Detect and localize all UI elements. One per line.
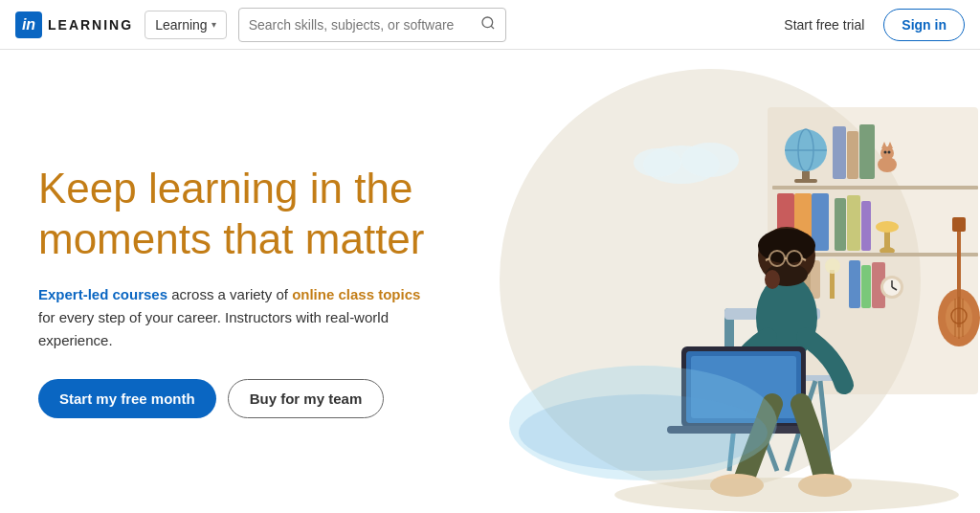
svg-rect-7 [794,179,817,183]
svg-rect-32 [849,260,860,308]
hero-illustration-svg [490,50,980,513]
svg-point-73 [519,394,768,471]
navbar: in LEARNING Learning ▾ Start free trial … [0,0,980,50]
svg-rect-22 [847,195,860,251]
svg-point-12 [880,146,894,160]
chevron-down-icon: ▾ [212,19,216,30]
brand-text: LEARNING [48,17,133,33]
brand-logo[interactable]: in LEARNING [15,11,133,38]
svg-rect-30 [830,270,835,299]
online-class-link[interactable]: online class topics [292,286,420,302]
buy-for-team-button[interactable]: Buy for my team [228,379,385,418]
svg-point-71 [614,478,959,512]
svg-rect-8 [833,126,846,179]
hero-section: Keep learning in themoments that matter … [0,50,980,513]
hero-illustration [490,50,980,513]
svg-point-76 [634,148,681,177]
svg-point-63 [765,270,780,289]
hero-buttons: Start my free month Buy for my team [38,379,452,418]
svg-point-31 [825,258,840,274]
svg-rect-6 [802,171,810,179]
svg-rect-21 [835,198,846,251]
svg-rect-42 [952,217,966,232]
start-free-trial-link[interactable]: Start free trial [776,11,872,38]
hero-subtitle: Expert-led courses across a variety of o… [38,283,440,352]
search-input[interactable] [249,17,480,33]
svg-rect-23 [861,201,871,251]
svg-point-0 [482,17,493,28]
hero-left-content: Keep learning in themoments that matter … [0,50,490,513]
learning-dropdown[interactable]: Learning ▾ [145,11,227,39]
svg-rect-17 [772,186,978,190]
search-icon [480,15,496,31]
search-icon-button[interactable] [480,15,496,34]
svg-point-15 [884,151,887,154]
search-bar [238,8,506,42]
linkedin-icon: in [15,11,42,38]
start-free-month-button[interactable]: Start my free month [38,379,216,418]
svg-point-25 [876,221,899,233]
svg-rect-33 [861,265,871,308]
sign-in-button[interactable]: Sign in [883,9,965,41]
hero-title: Keep learning in themoments that matter [38,164,452,265]
dropdown-label: Learning [155,17,208,33]
expert-led-link[interactable]: Expert-led courses [38,286,171,302]
svg-line-1 [491,26,494,29]
svg-point-16 [888,151,891,154]
svg-point-75 [681,143,739,177]
svg-rect-10 [859,124,875,179]
svg-rect-9 [847,131,858,179]
